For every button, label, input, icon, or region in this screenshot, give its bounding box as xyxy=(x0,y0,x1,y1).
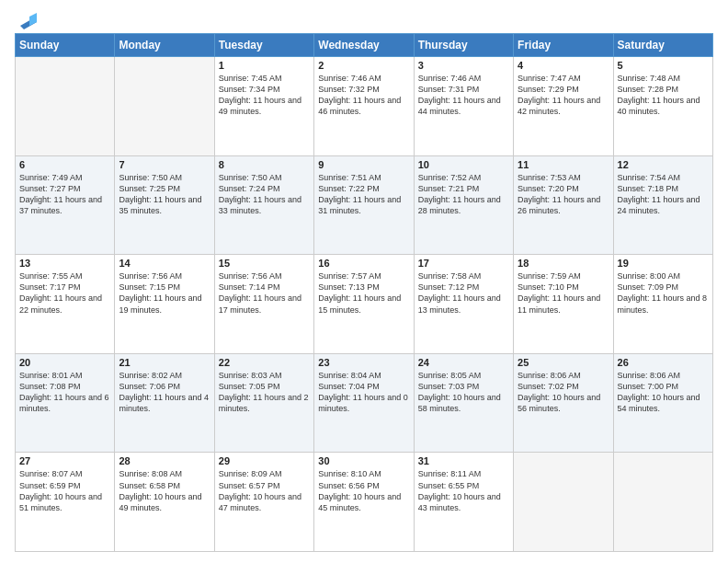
calendar-cell: 25Sunrise: 8:06 AMSunset: 7:02 PMDayligh… xyxy=(514,353,613,453)
day-number: 10 xyxy=(418,159,509,170)
calendar-cell: 24Sunrise: 8:05 AMSunset: 7:03 PMDayligh… xyxy=(414,353,513,453)
day-number: 22 xyxy=(219,357,310,368)
cell-info: Sunrise: 8:03 AMSunset: 7:05 PMDaylight:… xyxy=(219,371,309,413)
cell-info: Sunrise: 7:51 AMSunset: 7:22 PMDaylight:… xyxy=(318,173,401,215)
day-number: 12 xyxy=(618,159,709,170)
calendar-cell: 18Sunrise: 7:59 AMSunset: 7:10 PMDayligh… xyxy=(514,255,613,354)
day-number: 6 xyxy=(19,159,110,170)
cell-info: Sunrise: 8:09 AMSunset: 6:57 PMDaylight:… xyxy=(219,469,301,511)
cell-info: Sunrise: 8:02 AMSunset: 7:06 PMDaylight:… xyxy=(119,371,209,413)
weekday-header: Monday xyxy=(115,34,214,57)
cell-info: Sunrise: 7:58 AMSunset: 7:12 PMDaylight:… xyxy=(418,271,501,314)
cell-info: Sunrise: 8:06 AMSunset: 7:00 PMDaylight:… xyxy=(618,371,700,413)
cell-info: Sunrise: 8:07 AMSunset: 6:59 PMDaylight:… xyxy=(19,469,102,511)
calendar-cell: 17Sunrise: 7:58 AMSunset: 7:12 PMDayligh… xyxy=(414,255,513,354)
calendar-week-row: 6Sunrise: 7:49 AMSunset: 7:27 PMDaylight… xyxy=(16,155,713,255)
day-number: 24 xyxy=(418,357,509,368)
day-number: 30 xyxy=(318,455,409,466)
calendar-cell: 23Sunrise: 8:04 AMSunset: 7:04 PMDayligh… xyxy=(314,353,414,453)
calendar-cell xyxy=(613,453,712,552)
cell-info: Sunrise: 8:06 AMSunset: 7:02 PMDaylight:… xyxy=(518,371,600,413)
calendar-cell: 15Sunrise: 7:56 AMSunset: 7:14 PMDayligh… xyxy=(214,255,313,354)
calendar-cell: 11Sunrise: 7:53 AMSunset: 7:20 PMDayligh… xyxy=(514,155,613,255)
day-number: 21 xyxy=(119,357,210,368)
weekday-header: Sunday xyxy=(16,34,115,57)
calendar-cell: 12Sunrise: 7:54 AMSunset: 7:18 PMDayligh… xyxy=(613,155,712,255)
calendar-cell: 30Sunrise: 8:10 AMSunset: 6:56 PMDayligh… xyxy=(314,453,414,552)
day-number: 9 xyxy=(318,159,409,170)
cell-info: Sunrise: 7:54 AMSunset: 7:18 PMDaylight:… xyxy=(618,173,700,215)
day-number: 14 xyxy=(119,258,210,269)
cell-info: Sunrise: 7:46 AMSunset: 7:31 PMDaylight:… xyxy=(418,74,501,116)
cell-info: Sunrise: 7:55 AMSunset: 7:17 PMDaylight:… xyxy=(19,271,102,314)
day-number: 18 xyxy=(518,258,609,269)
day-number: 19 xyxy=(618,258,709,269)
calendar-cell xyxy=(514,453,613,552)
calendar-cell xyxy=(115,57,214,156)
calendar-cell: 14Sunrise: 7:56 AMSunset: 7:15 PMDayligh… xyxy=(115,255,214,354)
day-number: 13 xyxy=(19,258,110,269)
calendar-week-row: 27Sunrise: 8:07 AMSunset: 6:59 PMDayligh… xyxy=(16,453,713,552)
cell-info: Sunrise: 7:49 AMSunset: 7:27 PMDaylight:… xyxy=(19,173,102,215)
calendar-cell: 2Sunrise: 7:46 AMSunset: 7:32 PMDaylight… xyxy=(314,57,414,156)
cell-info: Sunrise: 8:10 AMSunset: 6:56 PMDaylight:… xyxy=(318,469,401,511)
cell-info: Sunrise: 8:11 AMSunset: 6:55 PMDaylight:… xyxy=(418,469,501,511)
weekday-header: Tuesday xyxy=(214,34,313,57)
day-number: 23 xyxy=(318,357,409,368)
day-number: 15 xyxy=(219,258,310,269)
cell-info: Sunrise: 7:48 AMSunset: 7:28 PMDaylight:… xyxy=(618,74,700,116)
calendar-cell: 27Sunrise: 8:07 AMSunset: 6:59 PMDayligh… xyxy=(16,453,115,552)
day-number: 4 xyxy=(518,60,609,71)
calendar-cell: 22Sunrise: 8:03 AMSunset: 7:05 PMDayligh… xyxy=(214,353,313,453)
cell-info: Sunrise: 8:01 AMSunset: 7:08 PMDaylight:… xyxy=(19,371,109,413)
weekday-header-row: SundayMondayTuesdayWednesdayThursdayFrid… xyxy=(16,34,713,57)
cell-info: Sunrise: 7:50 AMSunset: 7:24 PMDaylight:… xyxy=(219,173,301,215)
calendar-cell: 26Sunrise: 8:06 AMSunset: 7:00 PMDayligh… xyxy=(613,353,712,453)
calendar-cell: 16Sunrise: 7:57 AMSunset: 7:13 PMDayligh… xyxy=(314,255,414,354)
header xyxy=(15,11,713,26)
day-number: 17 xyxy=(418,258,509,269)
calendar-cell: 31Sunrise: 8:11 AMSunset: 6:55 PMDayligh… xyxy=(414,453,513,552)
calendar-cell: 5Sunrise: 7:48 AMSunset: 7:28 PMDaylight… xyxy=(613,57,712,156)
weekday-header: Saturday xyxy=(613,34,712,57)
cell-info: Sunrise: 7:59 AMSunset: 7:10 PMDaylight:… xyxy=(518,271,600,314)
calendar-week-row: 20Sunrise: 8:01 AMSunset: 7:08 PMDayligh… xyxy=(16,353,713,453)
calendar-cell: 13Sunrise: 7:55 AMSunset: 7:17 PMDayligh… xyxy=(16,255,115,354)
weekday-header: Thursday xyxy=(414,34,513,57)
calendar-cell: 4Sunrise: 7:47 AMSunset: 7:29 PMDaylight… xyxy=(514,57,613,156)
cell-info: Sunrise: 7:46 AMSunset: 7:32 PMDaylight:… xyxy=(318,74,401,116)
day-number: 16 xyxy=(318,258,409,269)
day-number: 7 xyxy=(119,159,210,170)
cell-info: Sunrise: 8:08 AMSunset: 6:58 PMDaylight:… xyxy=(119,469,201,511)
cell-info: Sunrise: 7:45 AMSunset: 7:34 PMDaylight:… xyxy=(219,74,301,116)
cell-info: Sunrise: 8:05 AMSunset: 7:03 PMDaylight:… xyxy=(418,371,501,413)
calendar-cell: 9Sunrise: 7:51 AMSunset: 7:22 PMDaylight… xyxy=(314,155,414,255)
calendar-cell: 19Sunrise: 8:00 AMSunset: 7:09 PMDayligh… xyxy=(613,255,712,354)
cell-info: Sunrise: 7:52 AMSunset: 7:21 PMDaylight:… xyxy=(418,173,501,215)
calendar-cell: 28Sunrise: 8:08 AMSunset: 6:58 PMDayligh… xyxy=(115,453,214,552)
calendar: SundayMondayTuesdayWednesdayThursdayFrid… xyxy=(15,33,713,552)
logo xyxy=(15,11,37,26)
calendar-cell: 21Sunrise: 8:02 AMSunset: 7:06 PMDayligh… xyxy=(115,353,214,453)
calendar-cell: 3Sunrise: 7:46 AMSunset: 7:31 PMDaylight… xyxy=(414,57,513,156)
day-number: 2 xyxy=(318,60,409,71)
day-number: 26 xyxy=(618,357,709,368)
calendar-cell: 6Sunrise: 7:49 AMSunset: 7:27 PMDaylight… xyxy=(16,155,115,255)
calendar-week-row: 13Sunrise: 7:55 AMSunset: 7:17 PMDayligh… xyxy=(16,255,713,354)
day-number: 8 xyxy=(219,159,310,170)
day-number: 20 xyxy=(19,357,110,368)
cell-info: Sunrise: 8:00 AMSunset: 7:09 PMDaylight:… xyxy=(618,271,708,314)
calendar-cell: 8Sunrise: 7:50 AMSunset: 7:24 PMDaylight… xyxy=(214,155,313,255)
day-number: 11 xyxy=(518,159,609,170)
day-number: 31 xyxy=(418,455,509,466)
calendar-cell: 20Sunrise: 8:01 AMSunset: 7:08 PMDayligh… xyxy=(16,353,115,453)
cell-info: Sunrise: 7:56 AMSunset: 7:14 PMDaylight:… xyxy=(219,271,301,314)
day-number: 3 xyxy=(418,60,509,71)
cell-info: Sunrise: 7:56 AMSunset: 7:15 PMDaylight:… xyxy=(119,271,201,314)
cell-info: Sunrise: 7:57 AMSunset: 7:13 PMDaylight:… xyxy=(318,271,401,314)
cell-info: Sunrise: 7:53 AMSunset: 7:20 PMDaylight:… xyxy=(518,173,600,215)
cell-info: Sunrise: 7:50 AMSunset: 7:25 PMDaylight:… xyxy=(119,173,201,215)
calendar-cell xyxy=(16,57,115,156)
cell-info: Sunrise: 7:47 AMSunset: 7:29 PMDaylight:… xyxy=(518,74,600,116)
svg-marker-1 xyxy=(29,13,37,26)
